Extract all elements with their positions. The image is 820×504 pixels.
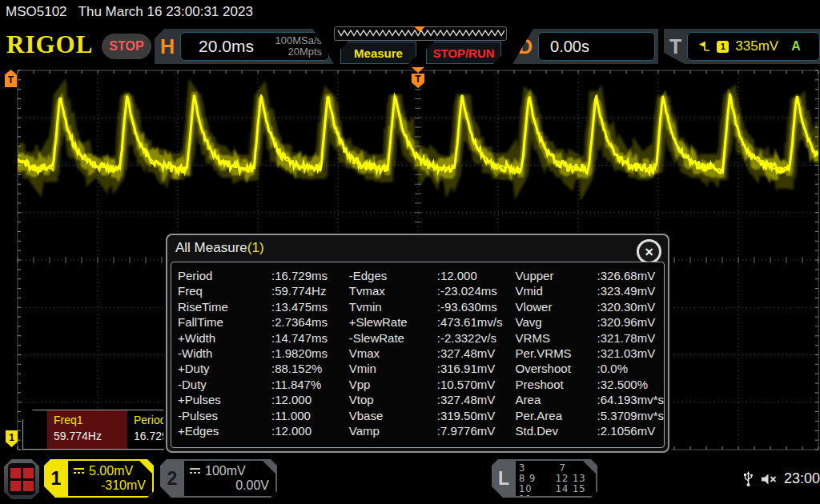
usb-icon <box>743 471 754 487</box>
measure-column-2: -Edges:12.000Tvmax:-23.024msTvmin:-93.63… <box>349 268 516 447</box>
measure-value: :327.48mV <box>437 392 496 407</box>
overview-position-icon[interactable] <box>414 26 425 32</box>
channel2-scale: 100mV <box>205 464 246 478</box>
measure-label: +SlewRate <box>349 314 437 330</box>
measure-label: +Pulses <box>178 392 271 407</box>
measure-row: Vmax:327.48mV <box>349 346 516 361</box>
measure-label: Vlower <box>516 299 597 314</box>
datetime-text: Thu March 16 23:00:31 2023 <box>78 4 253 20</box>
measure-value: :12.000 <box>437 268 477 283</box>
trigger-box[interactable]: 1 335mV A <box>687 32 820 61</box>
measure-row: -Edges:12.000 <box>349 268 516 283</box>
channel2-offset: 0.00V <box>189 478 269 493</box>
measure-value: :473.61mv/s <box>437 314 503 330</box>
measure-row: Freq:59.774Hz <box>178 283 349 298</box>
measure-value: :5.3709mv*s <box>597 408 664 423</box>
waveform-overview-strip[interactable] <box>334 26 507 41</box>
measure-row: Vmin:316.91mV <box>349 361 516 376</box>
run-state-indicator[interactable]: STOP <box>102 34 151 59</box>
measure-label: Preshoot <box>516 377 597 392</box>
horizontal-panel[interactable]: H 20.0ms 100MSa/s 20Mpts <box>155 29 334 64</box>
grid-icon <box>8 463 35 495</box>
measure-row: -Width:1.9820ms <box>178 346 349 361</box>
footer-status-icons: 23:00 <box>743 470 820 487</box>
quick-menu-button[interactable] <box>4 459 39 499</box>
delay-value: 0.00s <box>539 38 589 56</box>
measure-label: Vmax <box>349 346 437 361</box>
measure-label: Per.Area <box>516 408 597 423</box>
sample-rate: 100MSa/s <box>275 35 323 46</box>
measure-row: FallTime:2.7364ms <box>178 314 349 330</box>
measure-value: :316.91mV <box>437 361 496 376</box>
measure-row: Vupper:326.68mV <box>516 268 664 283</box>
measure-value: :321.78mV <box>597 330 656 346</box>
dc-coupling-icon <box>73 467 85 475</box>
measure-value: :59.774Hz <box>271 283 326 298</box>
measure-label: Vamp <box>349 423 437 438</box>
measure-label: Tvmax <box>349 283 437 298</box>
measure-label: Std.Dev <box>516 423 597 438</box>
trigger-mode: A <box>791 39 801 54</box>
measure-value: :326.68mV <box>597 268 656 283</box>
measure-label: +Edges <box>178 423 271 438</box>
trigger-panel[interactable]: T 1 335mV A <box>664 29 820 64</box>
measure-button[interactable]: Measure <box>340 42 416 64</box>
measure-row: Vamp:7.9776mV <box>349 423 516 438</box>
measure-value: :14.747ms <box>271 330 328 346</box>
channel2-tab[interactable]: 2 100mV 0.00V <box>160 459 277 498</box>
measure-label: -Pulses <box>178 408 271 423</box>
measure-row: -Duty:11.847% <box>178 377 349 392</box>
measure-row: -SlewRate:-2.3322v/s <box>349 330 516 346</box>
horizontal-box[interactable]: 20.0ms 100MSa/s 20Mpts <box>180 32 329 61</box>
memory-depth: 20Mpts <box>275 46 323 58</box>
measure-row: Vbase:319.50mV <box>349 408 516 423</box>
measure-label: Vpp <box>349 377 437 392</box>
model-name: MSO5102 <box>6 4 67 20</box>
measure-row: Vpp:10.570mV <box>349 377 516 392</box>
delay-panel[interactable]: D 0.00s <box>512 29 658 64</box>
clock-text[interactable]: 23:00 <box>784 470 820 487</box>
channel1-box: 5.00mV -310mV <box>68 461 152 496</box>
measure-value: :12.000 <box>271 392 312 407</box>
measure-row: +Duty:88.152% <box>178 361 349 376</box>
stop-run-button[interactable]: STOP/RUN <box>426 42 501 64</box>
measure-row: Tvmin:-93.630ms <box>349 299 516 314</box>
measure-label: Vmid <box>516 283 597 298</box>
measure-label: +Duty <box>178 361 271 376</box>
measure-row: Preshoot:32.500% <box>516 377 664 392</box>
measure-row: +Edges:12.000 <box>178 423 349 438</box>
measure-value: :16.729ms <box>271 268 328 283</box>
measure-label: Period <box>178 268 271 283</box>
logic-analyzer-tab[interactable]: L 0 1 2 3 4 5 6 7 8 9 10 11 12 13 14 15 <box>492 459 597 498</box>
measure-row: VRMS:321.78mV <box>516 330 664 346</box>
measure-value: :327.48mV <box>437 346 496 361</box>
timebase-value: 20.0ms <box>181 37 254 56</box>
trigger-position-marker[interactable]: T <box>405 67 431 88</box>
measure-row: +Pulses:12.000 <box>178 392 349 407</box>
measure-row: Std.Dev:2.1056mV <box>516 423 664 438</box>
measure-row: RiseTime:13.475ms <box>178 299 349 314</box>
measure-label: -SlewRate <box>349 330 437 346</box>
measure-label: Overshoot <box>516 361 597 376</box>
delay-box[interactable]: 0.00s <box>538 32 655 61</box>
measure-label: FallTime <box>178 314 271 330</box>
measure-value: :12.000 <box>271 423 312 438</box>
measure-value: :-93.630ms <box>437 299 497 314</box>
measure-label: -Edges <box>349 268 437 283</box>
measure-label: VRMS <box>516 330 597 346</box>
measure-value: :319.50mV <box>437 408 496 423</box>
close-icon[interactable]: ✕ <box>637 239 661 264</box>
measure-label: Vtop <box>349 392 437 407</box>
measure-label: Vupper <box>516 268 597 283</box>
horizontal-label: H <box>155 35 180 58</box>
measure-row: Vtop:327.48mV <box>349 392 516 407</box>
trigger-label: T <box>664 35 687 58</box>
channel1-tab[interactable]: 1 5.00mV -310mV <box>44 459 154 498</box>
measure-item-freq1[interactable]: Freq1 59.774Hz <box>47 410 127 449</box>
measure-value: :-23.024ms <box>437 283 497 298</box>
speaker-muted-icon[interactable] <box>760 473 778 486</box>
measure-value: :2.7364ms <box>271 314 328 330</box>
trigger-position-triangle-icon <box>412 67 424 73</box>
popup-title-channel: (1) <box>247 240 264 256</box>
logic-channels-box: 0 1 2 3 4 5 6 7 8 9 10 11 12 13 14 15 <box>516 461 596 496</box>
